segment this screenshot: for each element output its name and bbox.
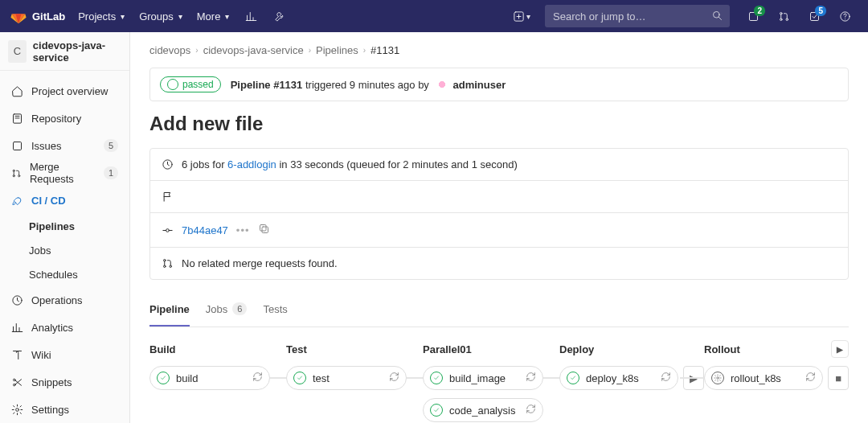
repo-icon [11, 113, 23, 125]
sidebar-item-snippets[interactable]: Snippets [0, 368, 129, 396]
sidebar-item-overview[interactable]: Project overview [0, 77, 129, 105]
sidebar-item-label: CI / CD [31, 195, 66, 207]
pipeline-tabs: Pipeline Jobs6 Tests [149, 294, 849, 327]
crumb-group[interactable]: cidevops [149, 44, 190, 56]
gear-icon [11, 404, 23, 416]
job-name: test [313, 372, 383, 384]
nav-admin-icon[interactable] [266, 2, 293, 30]
nav-todos-link[interactable]: 5 [800, 2, 828, 30]
sidebar-item-cicd[interactable]: CI / CD [0, 187, 129, 214]
retry-icon[interactable] [805, 372, 816, 384]
svg-rect-20 [260, 225, 266, 232]
copy-icon [258, 223, 270, 235]
brand-text: GitLab [32, 10, 65, 23]
sidebar-item-repository[interactable]: Repository [0, 105, 129, 132]
sidebar-item-wiki[interactable]: Wiki [0, 341, 129, 368]
merge-request-icon [11, 167, 22, 179]
job-pill[interactable]: test [286, 366, 407, 390]
clock-icon [162, 158, 174, 170]
check-status-icon [293, 372, 306, 384]
chart-icon [245, 10, 257, 23]
search-input[interactable] [545, 5, 730, 27]
project-name: cidevops-java-service [33, 39, 121, 64]
crumb-section[interactable]: Pipelines [316, 44, 358, 56]
nav-issues-link[interactable]: 2 [739, 2, 767, 30]
stop-job-button[interactable]: ■ [828, 366, 849, 390]
scissors-icon [11, 376, 23, 388]
job-pill[interactable]: rollout_k8s [704, 366, 823, 390]
sidebar-item-operations[interactable]: Operations [0, 286, 129, 314]
nav-plus-button[interactable]: ▾ [508, 2, 535, 30]
job-pill[interactable]: deploy_k8s [559, 366, 678, 390]
job-name: code_analysis [449, 405, 519, 417]
merge-request-icon [778, 10, 790, 23]
sidebar-item-label: Repository [31, 113, 81, 125]
gitlab-logo[interactable]: GitLab [10, 7, 65, 25]
nav-more[interactable]: More▾ [190, 6, 236, 27]
sidebar-item-merge-requests[interactable]: Merge Requests1 [0, 159, 129, 187]
user-avatar-icon [435, 77, 449, 92]
sidebar-item-label: Snippets [31, 376, 72, 388]
global-search [545, 5, 730, 27]
svg-point-1 [714, 12, 720, 18]
sidebar-item-issues[interactable]: Issues5 [0, 132, 129, 159]
nav-help[interactable] [831, 2, 858, 30]
job-pill[interactable]: build [149, 366, 270, 390]
sidebar-sub-schedules[interactable]: Schedules [0, 262, 129, 286]
analytics-icon [11, 322, 23, 334]
commit-sha-link[interactable]: 7b44ae47 [182, 224, 228, 236]
tab-jobs[interactable]: Jobs6 [206, 294, 248, 326]
svg-rect-19 [262, 227, 268, 233]
svg-rect-9 [14, 142, 22, 150]
job-name: build_image [449, 372, 519, 384]
pipeline-info-box: 6 jobs for 6-addlogin in 33 seconds (que… [149, 148, 849, 280]
tab-pipeline[interactable]: Pipeline [149, 294, 190, 326]
stage-header: Parallel01 [423, 340, 559, 358]
job-name: deploy_k8s [586, 372, 654, 384]
jobs-count-pill: 6 [232, 302, 247, 315]
job-name: build [176, 372, 246, 384]
stage-column: Parallel01build_imagecode_analysis [423, 340, 559, 422]
nav-projects[interactable]: Projects▾ [72, 6, 131, 27]
job-pill[interactable]: code_analysis [423, 398, 543, 422]
sidebar-sub-pipelines[interactable]: Pipelines [0, 214, 129, 238]
retry-icon[interactable] [389, 372, 399, 384]
svg-point-24 [717, 377, 719, 380]
book-icon [11, 349, 23, 361]
commit-icon [162, 224, 174, 236]
branch-link[interactable]: 6-addlogin [227, 158, 276, 170]
tab-tests[interactable]: Tests [263, 294, 287, 326]
retry-icon[interactable] [526, 372, 536, 384]
sidebar-item-label: Analytics [31, 322, 73, 334]
stage-column: Testtest [286, 340, 423, 390]
crumb-current: #1131 [371, 44, 399, 56]
copy-sha-button[interactable] [258, 223, 270, 237]
project-header[interactable]: C cidevops-java-service [0, 32, 129, 71]
related-mr-row: No related merge requests found. [150, 247, 848, 279]
stage-header: Build [149, 340, 286, 358]
project-avatar: C [8, 40, 27, 63]
sidebar-item-label: Issues [31, 140, 62, 152]
chevron-down-icon: ▾ [121, 12, 125, 21]
sidebar-sub-jobs[interactable]: Jobs [0, 238, 129, 262]
rocket-icon [11, 195, 23, 207]
sidebar-item-label: Merge Requests [30, 161, 96, 185]
job-pill[interactable]: build_image [423, 366, 543, 390]
commit-menu[interactable]: ••• [236, 224, 250, 236]
merge-request-icon [162, 257, 174, 269]
nav-mr-link[interactable] [770, 2, 797, 30]
sidebar-item-analytics[interactable]: Analytics [0, 314, 129, 341]
issue-icon [11, 140, 23, 152]
nav-activity-icon[interactable] [237, 2, 264, 30]
main-content: cidevops› cidevops-java-service› Pipelin… [130, 32, 868, 423]
stage-header: Deploy [559, 340, 704, 358]
nav-groups[interactable]: Groups▾ [133, 6, 189, 27]
retry-icon[interactable] [661, 372, 671, 384]
breadcrumb: cidevops› cidevops-java-service› Pipelin… [149, 32, 849, 68]
svg-rect-8 [14, 113, 22, 122]
retry-icon[interactable] [252, 372, 263, 384]
crumb-project[interactable]: cidevops-java-service [203, 44, 304, 56]
sidebar-item-settings[interactable]: Settings [0, 396, 129, 423]
retry-icon[interactable] [526, 404, 536, 417]
play-all-button[interactable]: ▶ [831, 340, 849, 358]
